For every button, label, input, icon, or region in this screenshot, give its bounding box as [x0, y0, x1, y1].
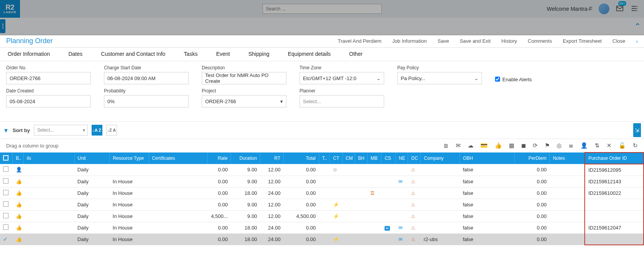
mail-icon[interactable]: 99+: [616, 4, 624, 14]
col-mb[interactable]: MB: [367, 152, 381, 164]
col-total[interactable]: Total: [284, 152, 319, 164]
app-logo[interactable]: R2 LABOR: [0, 0, 20, 18]
contact-icon[interactable]: ◼: [521, 142, 526, 149]
col-notes[interactable]: Notes: [550, 152, 585, 164]
cell-obh: false: [460, 233, 514, 245]
tab-customer-contact[interactable]: Customer and Contact Info: [101, 51, 165, 57]
col-rate[interactable]: Rate: [207, 152, 231, 164]
date-created-input[interactable]: 05-08-2024: [6, 95, 91, 107]
table-row[interactable]: 👍DailyIn House0.009.0012.000.00⚡⚠false0.…: [0, 199, 644, 210]
more-actions-icon[interactable]: ›: [636, 38, 638, 44]
col-obh[interactable]: OBH: [460, 152, 514, 164]
table-row[interactable]: 👍DailyIn House0.0018.0024.000.00☰⚠false0…: [0, 187, 644, 199]
row-checkbox[interactable]: [0, 187, 13, 199]
action-job-information[interactable]: Job Information: [392, 38, 427, 44]
row-checkbox[interactable]: [0, 164, 13, 176]
col-ne[interactable]: NE: [395, 152, 408, 164]
mail-icon[interactable]: ✉: [456, 142, 461, 149]
refresh-icon[interactable]: ⟳: [533, 142, 538, 149]
cell-company: r2-ubs: [421, 233, 460, 245]
project-select[interactable]: ORDER-2766▾: [202, 95, 286, 107]
lock-icon[interactable]: 🔓: [619, 142, 626, 149]
planner-select[interactable]: Select...: [299, 95, 384, 107]
table-row[interactable]: 👍DailyIn House0.009.0012.000.00✉⚠false0.…: [0, 176, 644, 187]
sort-asc-button[interactable]: ↓A Z: [92, 125, 102, 136]
sort-select[interactable]: Select...▾: [34, 125, 88, 136]
probability-input[interactable]: 0%: [104, 95, 189, 107]
tab-shipping[interactable]: Shipping: [248, 51, 269, 57]
list-icon[interactable]: ≣: [569, 142, 574, 149]
col-certificates[interactable]: Certificates: [149, 152, 207, 164]
col-t[interactable]: T..: [319, 152, 330, 164]
timezone-select[interactable]: Etc/GMT+12 GMT -12:0⌄: [299, 72, 384, 84]
cell-duration: 9.00: [231, 176, 260, 187]
col-rt[interactable]: RT: [260, 152, 284, 164]
sort-desc-button[interactable]: ↓Z A: [106, 125, 117, 136]
thumb-icon[interactable]: 👍: [495, 142, 502, 149]
target-icon[interactable]: ◎: [557, 142, 562, 149]
action-comments[interactable]: Comments: [528, 38, 552, 44]
col-cm[interactable]: CM: [342, 152, 355, 164]
col-duration[interactable]: Duration: [231, 152, 260, 164]
table-row[interactable]: ✓👍DailyIn House0.0018.0024.000.00⚡✉⚠r2-u…: [0, 233, 644, 245]
description-input[interactable]: Test Order for NMR Auto PO Create: [202, 72, 286, 84]
reload-icon[interactable]: ↻: [633, 142, 638, 149]
col-bh[interactable]: BH: [355, 152, 368, 164]
order-no-input[interactable]: ORDER-2766: [6, 72, 91, 84]
expand-panel-icon[interactable]: ⇲: [633, 123, 641, 137]
cell-cm: [342, 222, 355, 233]
tree-icon[interactable]: ⇅: [595, 142, 600, 149]
tab-dates[interactable]: Dates: [69, 51, 83, 57]
row-checkbox[interactable]: [0, 210, 13, 222]
filter-icon[interactable]: ▼: [3, 127, 9, 134]
table-row[interactable]: 👍DailyIn House4,500...9.0012.004,500.00⚡…: [0, 210, 644, 222]
charge-start-input[interactable]: 06-08-2024 09:00 AM: [104, 72, 189, 84]
col-perdiem[interactable]: PerDiem: [514, 152, 549, 164]
cloud-icon[interactable]: ☁: [468, 142, 473, 149]
card-icon[interactable]: 💳: [480, 142, 488, 149]
action-close[interactable]: Close: [612, 38, 625, 44]
action-export-timesheet[interactable]: Export Timesheet: [563, 38, 602, 44]
close-icon[interactable]: ✕: [607, 142, 612, 149]
action-travel-perdiem[interactable]: Travel And Perdiem: [338, 38, 381, 44]
drag-handle-icon[interactable]: [0, 19, 5, 33]
col-cs[interactable]: CS: [381, 152, 396, 164]
tab-tasks[interactable]: Tasks: [184, 51, 198, 57]
row-checkbox[interactable]: [0, 222, 13, 233]
action-save[interactable]: Save: [438, 38, 449, 44]
user-icon[interactable]: 👤: [580, 142, 588, 149]
col-purchase-order-id[interactable]: Purchase Order ID: [585, 152, 644, 164]
col-b[interactable]: B..: [13, 152, 23, 164]
cell-ils: [23, 199, 74, 210]
pay-policy-select[interactable]: Pa Policy...⌄: [397, 72, 482, 84]
tab-event[interactable]: Event: [216, 51, 230, 57]
table-row[interactable]: 👤Daily0.009.0012.000.00⊘⚠false0.00ID2159…: [0, 164, 644, 176]
globe-icon[interactable]: [599, 3, 609, 14]
collapse-icon[interactable]: ⌃: [634, 22, 641, 31]
col-ils[interactable]: ils: [23, 152, 74, 164]
qr-icon[interactable]: ▦: [509, 142, 514, 149]
table-row[interactable]: 👍DailyIn House0.0018.0024.000.00✉✉⚠false…: [0, 222, 644, 233]
enable-alerts-checkbox[interactable]: [495, 77, 500, 82]
note-icon[interactable]: 🗎: [443, 142, 449, 149]
col-unit[interactable]: Unit: [74, 152, 109, 164]
row-checkbox[interactable]: [0, 199, 13, 210]
tab-order-information[interactable]: Order Information: [8, 51, 50, 57]
cell-obh: false: [460, 199, 514, 210]
search-input[interactable]: [263, 4, 382, 14]
sortby-label: Sort by: [13, 127, 30, 133]
tab-equipment-details[interactable]: Equipment details: [288, 51, 331, 57]
col-resource-type[interactable]: Resource Type: [110, 152, 149, 164]
col-checkbox[interactable]: [0, 152, 13, 164]
settings-icon[interactable]: [630, 4, 639, 14]
cell-ct: [330, 176, 343, 187]
flag-icon[interactable]: ⚑: [545, 142, 550, 149]
row-checkbox[interactable]: [0, 176, 13, 187]
action-history[interactable]: History: [502, 38, 517, 44]
col-company[interactable]: Company: [421, 152, 460, 164]
col-dc[interactable]: DC: [408, 152, 421, 164]
row-checkbox[interactable]: ✓: [0, 233, 13, 245]
tab-other[interactable]: Other: [349, 51, 363, 57]
action-save-exit[interactable]: Save and Exit: [460, 38, 490, 44]
col-ct[interactable]: CT: [330, 152, 343, 164]
